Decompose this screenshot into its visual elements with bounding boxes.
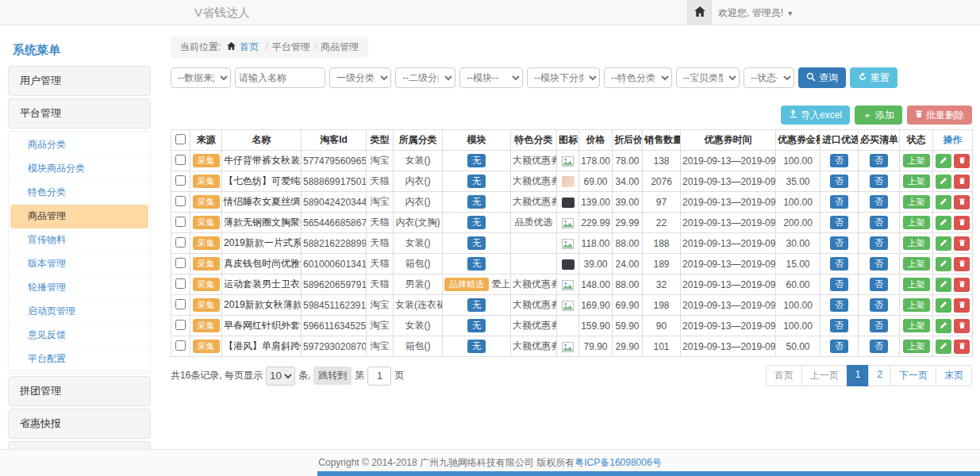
page-size-select[interactable]: 10 (266, 367, 295, 386)
jump-button[interactable]: 跳转到 (313, 367, 352, 385)
sidebar-item-拼团管理[interactable]: 拼团管理 (8, 376, 151, 406)
row-checkbox[interactable] (175, 217, 186, 227)
search-button[interactable]: 查询 (798, 67, 846, 88)
sidebar-item-意见反馈[interactable]: 意见反馈 (10, 324, 148, 347)
must-buy-toggle[interactable]: 否 (870, 319, 888, 332)
sidebar-item-平台配置[interactable]: 平台配置 (10, 347, 148, 371)
module-badge[interactable]: 无 (467, 257, 486, 271)
import-select-toggle[interactable]: 否 (830, 298, 848, 312)
sidebar-item-省惠快报[interactable]: 省惠快报 (8, 409, 151, 439)
home-button[interactable] (687, 0, 712, 25)
module-badge[interactable]: 无 (467, 236, 486, 250)
must-buy-toggle[interactable]: 否 (870, 236, 888, 250)
pager-item-2[interactable]: 2 (868, 365, 891, 386)
edit-button[interactable] (936, 236, 951, 251)
row-checkbox[interactable] (175, 196, 186, 206)
sidebar-item-商品分类[interactable]: 商品分类 (10, 133, 148, 157)
status-badge[interactable]: 上架 (903, 154, 930, 167)
icp-link[interactable]: 粤ICP备16098006号 (575, 457, 661, 468)
edit-button[interactable] (936, 175, 951, 189)
sidebar-item-商品管理[interactable]: 商品管理 (10, 205, 148, 228)
edit-button[interactable] (936, 195, 951, 209)
module-badge[interactable]: 无 (467, 175, 486, 188)
sidebar-item-轮播管理[interactable]: 轮播管理 (10, 276, 148, 300)
import-select-toggle[interactable]: 否 (830, 154, 848, 167)
status-badge[interactable]: 上架 (903, 195, 930, 209)
import-select-toggle[interactable]: 否 (830, 216, 848, 229)
reset-button[interactable]: 重置 (850, 67, 897, 88)
status-badge[interactable]: 上架 (903, 298, 930, 312)
delete-button[interactable] (954, 236, 970, 251)
sidebar-item-特色分类[interactable]: 特色分类 (10, 181, 148, 205)
status-badge[interactable]: 上架 (903, 216, 930, 229)
edit-button[interactable] (936, 216, 951, 230)
filter-select-3[interactable]: --模块下分类-- (527, 67, 600, 88)
import-select-toggle[interactable]: 否 (830, 278, 848, 291)
edit-button[interactable] (936, 319, 951, 333)
status-badge[interactable]: 上架 (903, 257, 930, 271)
status-badge[interactable]: 上架 (903, 278, 930, 291)
filter-select-1[interactable]: --二级分类-- (395, 67, 455, 88)
row-checkbox[interactable] (175, 299, 186, 309)
filter-select-5[interactable]: --宝贝类型-- (676, 67, 740, 88)
filter-select-2[interactable]: --模块-- (459, 67, 523, 88)
sidebar-item-平台管理[interactable]: 平台管理 (8, 98, 151, 129)
module-badge[interactable]: 无 (467, 216, 486, 229)
delete-button[interactable] (954, 319, 970, 333)
must-buy-toggle[interactable]: 否 (870, 216, 888, 229)
status-badge[interactable]: 上架 (903, 175, 930, 188)
row-checkbox[interactable] (175, 320, 186, 330)
filter-select-0[interactable]: 一级分类 (329, 67, 391, 88)
delete-button[interactable] (954, 278, 970, 292)
edit-button[interactable] (936, 298, 951, 313)
must-buy-toggle[interactable]: 否 (870, 154, 888, 167)
pager-item-1[interactable]: 1 (847, 365, 870, 386)
status-badge[interactable]: 上架 (903, 319, 930, 332)
row-checkbox[interactable] (175, 278, 186, 289)
delete-button[interactable] (954, 298, 970, 313)
page-number-input[interactable] (367, 367, 391, 386)
must-buy-toggle[interactable]: 否 (870, 340, 888, 353)
module-badge[interactable]: 品牌精选 (444, 278, 489, 291)
module-badge[interactable]: 无 (467, 340, 486, 353)
delete-button[interactable] (954, 175, 970, 189)
import-select-toggle[interactable]: 否 (830, 257, 848, 271)
module-badge[interactable]: 无 (467, 319, 486, 332)
sidebar-item-版本管理[interactable]: 版本管理 (10, 252, 148, 276)
module-badge[interactable]: 无 (467, 195, 486, 209)
delete-button[interactable] (954, 340, 970, 354)
pager-item-末页[interactable]: 末页 (936, 365, 972, 386)
import-select-toggle[interactable]: 否 (830, 319, 848, 332)
sidebar-item-模块商品分类[interactable]: 模块商品分类 (10, 157, 148, 181)
must-buy-toggle[interactable]: 否 (870, 257, 888, 271)
status-badge[interactable]: 上架 (903, 340, 930, 353)
delete-button[interactable] (954, 257, 970, 271)
edit-button[interactable] (936, 340, 951, 354)
import-excel-button[interactable]: 导入excel (781, 106, 850, 125)
import-select-toggle[interactable]: 否 (830, 340, 848, 353)
delete-button[interactable] (954, 216, 970, 230)
row-checkbox[interactable] (175, 258, 186, 268)
edit-button[interactable] (936, 278, 951, 292)
pager-item-下一页[interactable]: 下一页 (890, 365, 936, 386)
sidebar-item-启动页管理[interactable]: 启动页管理 (10, 300, 148, 324)
must-buy-toggle[interactable]: 否 (870, 175, 888, 188)
row-checkbox[interactable] (175, 340, 186, 351)
filter-select-4[interactable]: --特色分类-- (604, 67, 672, 88)
module-badge[interactable]: 无 (467, 154, 486, 167)
must-buy-toggle[interactable]: 否 (870, 298, 888, 312)
must-buy-toggle[interactable]: 否 (870, 195, 888, 209)
edit-button[interactable] (936, 257, 951, 271)
select-all-checkbox[interactable] (175, 134, 186, 144)
delete-button[interactable] (954, 154, 970, 168)
name-search-input[interactable] (235, 67, 325, 88)
edit-button[interactable] (936, 154, 951, 168)
delete-button[interactable] (954, 195, 970, 209)
user-menu[interactable]: 欢迎您, 管理员! ▾ (718, 0, 792, 26)
import-select-toggle[interactable]: 否 (830, 236, 848, 250)
import-select-toggle[interactable]: 否 (830, 195, 848, 209)
filter-select-data-source[interactable]: --数据来源-- (171, 67, 231, 88)
breadcrumb-home-link[interactable]: 首页 (240, 41, 259, 52)
add-button[interactable]: ＋ 添加 (855, 106, 902, 125)
status-badge[interactable]: 上架 (903, 236, 930, 250)
